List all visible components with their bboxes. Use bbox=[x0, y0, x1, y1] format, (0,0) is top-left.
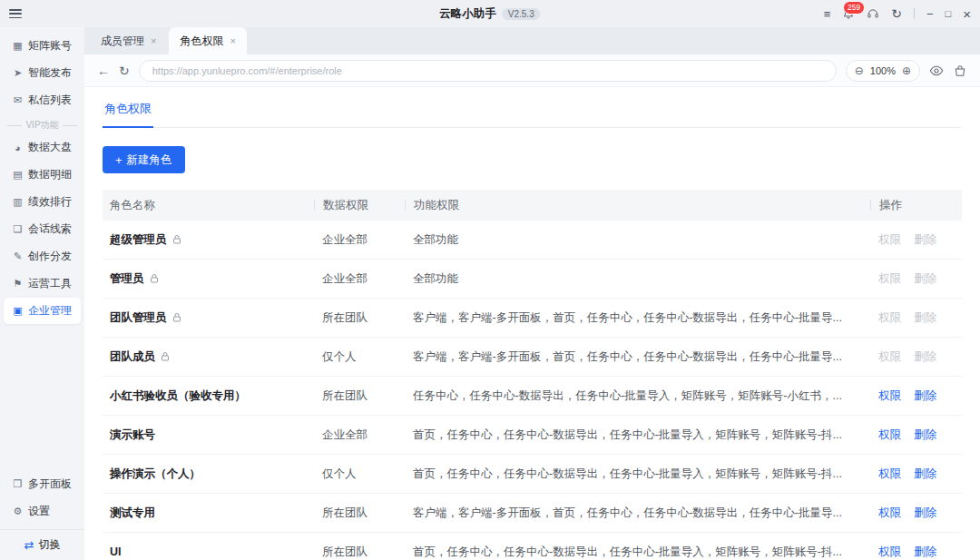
delete-action[interactable]: 删除 bbox=[914, 427, 936, 443]
sidebar-item-creation-distribution[interactable]: ✎ 创作分发 bbox=[4, 243, 81, 270]
tab-member-management[interactable]: 成员管理 × bbox=[90, 27, 167, 54]
data-permission-cell: 所在团队 bbox=[315, 545, 406, 560]
maximize-button[interactable]: □ bbox=[946, 9, 952, 19]
permission-action: 权限 bbox=[878, 310, 901, 326]
url-text: https://app.yunluepro.com/#/enterprise/r… bbox=[152, 65, 342, 76]
permission-action: 权限 bbox=[878, 232, 901, 248]
sidebar-item-settings[interactable]: ⚙ 设置 bbox=[4, 498, 81, 525]
data-permission-cell: 仅个人 bbox=[315, 349, 406, 365]
tab-close-icon[interactable]: × bbox=[151, 35, 156, 46]
delete-action[interactable]: 删除 bbox=[914, 388, 936, 404]
title-center: 云略小助手 V2.5.3 bbox=[439, 6, 540, 22]
table-row: 管理员 企业全部 全部功能 权限 删除 bbox=[103, 260, 962, 299]
enterprise-management-icon: ▣ bbox=[12, 305, 24, 317]
zoom-level: 100% bbox=[870, 65, 896, 76]
data-permission-cell: 所在团队 bbox=[315, 310, 406, 326]
roles-table: 角色名称数据权限功能权限操作 超级管理员 企业全部 全部功能 权限 删除 管理员… bbox=[103, 190, 962, 560]
address-bar[interactable]: https://app.yunluepro.com/#/enterprise/r… bbox=[139, 60, 837, 82]
sidebar-item-label: 运营工具 bbox=[28, 276, 72, 291]
lock-icon bbox=[149, 273, 160, 284]
minimize-button[interactable]: − bbox=[926, 8, 934, 20]
back-icon[interactable]: ← bbox=[97, 64, 110, 77]
zoom-control: ⊖ 100% ⊕ bbox=[846, 60, 920, 82]
sidebar-item-conversation-leads[interactable]: ❏ 会话线索 bbox=[4, 216, 81, 242]
role-name: 超级管理员 bbox=[110, 232, 167, 248]
app-title: 云略小助手 bbox=[439, 6, 496, 22]
table-body: 超级管理员 企业全部 全部功能 权限 删除 管理员 企业全部 全部功能 权限 删… bbox=[103, 221, 962, 560]
tab-close-icon[interactable]: × bbox=[230, 35, 235, 46]
permission-action[interactable]: 权限 bbox=[878, 545, 901, 560]
new-role-button[interactable]: + 新建角色 bbox=[103, 146, 185, 173]
notification-bell-icon[interactable]: 259 bbox=[842, 7, 855, 20]
switch-icon: ⇄ bbox=[24, 538, 34, 552]
permission-action[interactable]: 权限 bbox=[878, 427, 901, 443]
sidebar-item-label: 企业管理 bbox=[28, 303, 72, 319]
tab-bar: 成员管理 × 角色权限 × bbox=[84, 27, 980, 54]
reload-icon[interactable]: ↻ bbox=[119, 64, 130, 77]
function-permission-cell: 首页，任务中心，任务中心-数据导出，任务中心-批量导入，矩阵账号，矩阵账号-抖.… bbox=[406, 545, 871, 560]
function-permission-cell: 客户端，客户端-多开面板，首页，任务中心，任务中心-数据导出，任务中心-批量导.… bbox=[406, 310, 871, 326]
delete-action[interactable]: 删除 bbox=[914, 545, 936, 560]
tab-role-permissions[interactable]: 角色权限 bbox=[103, 101, 153, 128]
delete-action: 删除 bbox=[914, 310, 936, 326]
headset-icon[interactable] bbox=[867, 7, 879, 20]
role-name: 演示账号 bbox=[110, 427, 155, 443]
new-role-label: 新建角色 bbox=[127, 152, 172, 168]
sidebar-vip-group: ◕ 数据大盘 ▤ 数据明细 ▥ 绩效排行 ❏ 会话线索 ✎ 创作分发 ⚑ 运营工… bbox=[0, 133, 84, 325]
multi-panel-icon: ❒ bbox=[12, 478, 24, 490]
role-name: 小红书验收员（验收专用） bbox=[110, 388, 246, 404]
app-window: 云略小助手 V2.5.3 ≡ 259 ↻ − □ × ▦ 矩阵账号 ➤ 智能 bbox=[0, 0, 980, 560]
sidebar-item-smart-publish[interactable]: ➤ 智能发布 bbox=[4, 60, 81, 86]
column-header: 角色名称 bbox=[103, 190, 315, 221]
sidebar-item-data-details[interactable]: ▤ 数据明细 bbox=[4, 162, 81, 188]
sidebar-item-data-dashboard[interactable]: ◕ 数据大盘 bbox=[4, 134, 81, 161]
page-content: 角色权限 + 新建角色 角色名称数据权限功能权限操作 超级管理员 企业全部 全部… bbox=[84, 87, 980, 560]
role-name: UI bbox=[110, 545, 122, 558]
data-details-icon: ▤ bbox=[12, 169, 24, 181]
delete-action[interactable]: 删除 bbox=[914, 467, 936, 482]
delete-action[interactable]: 删除 bbox=[914, 506, 936, 521]
settings-icon: ⚙ bbox=[12, 506, 24, 517]
sidebar-item-operation-tools[interactable]: ⚑ 运营工具 bbox=[4, 270, 81, 297]
sidebar-item-label: 矩阵账号 bbox=[28, 38, 72, 54]
refresh-icon[interactable]: ↻ bbox=[891, 7, 902, 20]
lock-icon bbox=[172, 234, 182, 245]
data-permission-cell: 企业全部 bbox=[315, 271, 406, 287]
smart-publish-icon: ➤ bbox=[12, 67, 24, 79]
column-header: 操作 bbox=[871, 190, 962, 221]
tasklist-icon[interactable]: ≡ bbox=[824, 8, 831, 20]
close-button[interactable]: × bbox=[963, 7, 971, 21]
table-row: 团队管理员 所在团队 客户端，客户端-多开面板，首页，任务中心，任务中心-数据导… bbox=[103, 299, 962, 338]
zoom-in-icon[interactable]: ⊕ bbox=[902, 64, 911, 77]
hamburger-menu-icon[interactable] bbox=[9, 9, 22, 18]
title-bar: 云略小助手 V2.5.3 ≡ 259 ↻ − □ × bbox=[0, 0, 980, 27]
data-dashboard-icon: ◕ bbox=[12, 142, 24, 153]
basket-icon[interactable] bbox=[953, 64, 967, 78]
function-permission-cell: 客户端，客户端-多开面板，首页，任务中心，任务中心-数据导出，任务中心-批量导.… bbox=[406, 349, 871, 365]
sidebar-item-matrix-accounts[interactable]: ▦ 矩阵账号 bbox=[4, 33, 81, 59]
plus-icon: + bbox=[115, 153, 122, 167]
function-permission-cell: 任务中心，任务中心-数据导出，任务中心-批量导入，矩阵账号，矩阵账号-小红书，.… bbox=[406, 388, 871, 404]
table-row: 团队成员 仅个人 客户端，客户端-多开面板，首页，任务中心，任务中心-数据导出，… bbox=[103, 338, 962, 377]
permission-action[interactable]: 权限 bbox=[878, 506, 901, 521]
data-permission-cell: 所在团队 bbox=[315, 506, 406, 521]
permission-action[interactable]: 权限 bbox=[878, 388, 901, 404]
delete-action: 删除 bbox=[914, 349, 936, 365]
switch-account-button[interactable]: ⇄ 切换 bbox=[0, 529, 84, 560]
table-row: 超级管理员 企业全部 全部功能 权限 删除 bbox=[103, 221, 962, 260]
eye-icon[interactable] bbox=[929, 64, 944, 78]
function-permission-cell: 首页，任务中心，任务中心-数据导出，任务中心-批量导入，矩阵账号，矩阵账号-抖.… bbox=[406, 427, 871, 443]
zoom-out-icon[interactable]: ⊖ bbox=[855, 64, 864, 77]
tab-label: 成员管理 bbox=[101, 34, 144, 49]
permission-action: 权限 bbox=[878, 271, 901, 287]
permission-action[interactable]: 权限 bbox=[878, 467, 901, 482]
function-permission-cell: 全部功能 bbox=[406, 271, 871, 287]
sidebar-item-private-messages[interactable]: ✉ 私信列表 bbox=[4, 87, 81, 113]
sidebar-item-performance-ranking[interactable]: ▥ 绩效排行 bbox=[4, 189, 81, 215]
sidebar-top-group: ▦ 矩阵账号 ➤ 智能发布 ✉ 私信列表 bbox=[0, 32, 84, 114]
sidebar-item-enterprise-management[interactable]: ▣ 企业管理 bbox=[4, 298, 81, 324]
sidebar-item-multi-panel[interactable]: ❒ 多开面板 bbox=[4, 471, 81, 497]
tab-role-permissions[interactable]: 角色权限 × bbox=[169, 27, 246, 54]
tab-label: 角色权限 bbox=[180, 34, 223, 49]
sidebar-item-label: 私信列表 bbox=[28, 93, 72, 108]
